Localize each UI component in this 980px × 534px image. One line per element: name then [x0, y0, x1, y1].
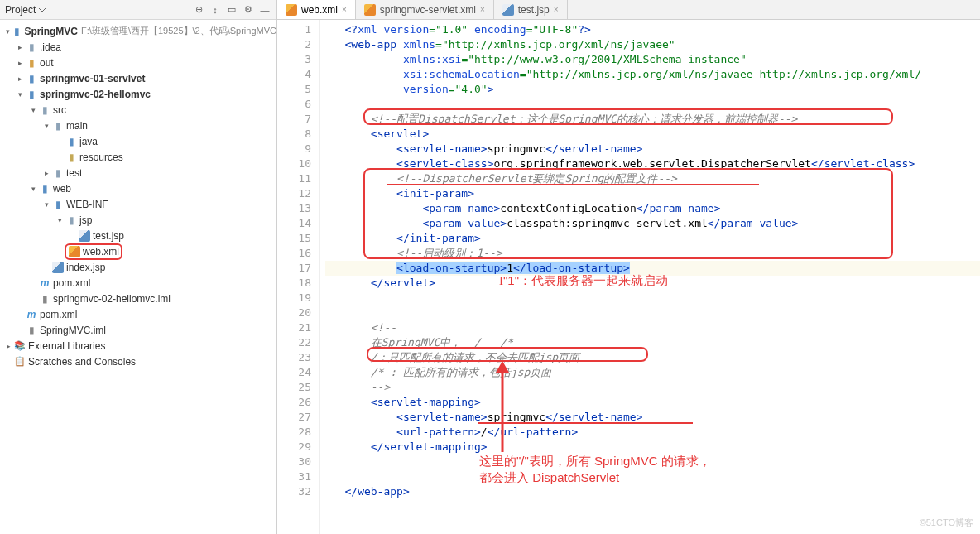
tree-iml[interactable]: ▮springmvc-02-hellomvc.iml	[0, 291, 276, 306]
close-icon[interactable]: ×	[554, 5, 559, 14]
tree-web[interactable]: ▾▮web	[0, 180, 276, 196]
tree-extlib[interactable]: ▸External Libraries	[0, 338, 276, 354]
tree-java[interactable]: ▮java	[0, 133, 276, 149]
close-icon[interactable]: ×	[342, 5, 347, 14]
close-icon[interactable]: ×	[480, 5, 485, 14]
tree-webxml[interactable]: web.xml	[0, 243, 276, 259]
hide-icon[interactable]: —	[258, 3, 271, 17]
chevron-down-icon	[38, 6, 46, 14]
editor-area: web.xml× springmvc-servlet.xml× test.jsp…	[277, 0, 980, 534]
tree-jsp[interactable]: ▾▮jsp	[0, 212, 276, 228]
code-editor[interactable]: 1234567891011121314151617181920212223242…	[277, 20, 980, 534]
code-content[interactable]: <?xml version="1.0" encoding="UTF-8"?> <…	[320, 20, 980, 534]
tree-test[interactable]: ▸▮test	[0, 165, 276, 180]
tree-main[interactable]: ▾▮main	[0, 118, 276, 133]
tree-root[interactable]: ▾▮SpringMVCF:\班级管理\西开【19525】\2、代码\Spring…	[0, 23, 276, 39]
project-sidebar: Project ⊕ ↕ ▭ ⚙ — ▾▮SpringMVCF:\班级管理\西开【…	[0, 0, 277, 534]
tree-resources[interactable]: ▮resources	[0, 149, 276, 165]
project-tree: ▾▮SpringMVCF:\班级管理\西开【19525】\2、代码\Spring…	[0, 20, 276, 534]
tree-indexjsp[interactable]: index.jsp	[0, 259, 276, 275]
select-opened-icon[interactable]: ⊕	[192, 3, 205, 17]
sidebar-title: Project	[5, 4, 36, 16]
line-gutter: 1234567891011121314151617181920212223242…	[277, 20, 320, 534]
tree-src[interactable]: ▾▮src	[0, 102, 276, 118]
watermark: ©51CTO博客	[920, 517, 973, 529]
tree-testjsp[interactable]: test.jsp	[0, 228, 276, 243]
tab-testjsp[interactable]: test.jsp×	[494, 0, 568, 19]
tree-pom[interactable]: mpom.xml	[0, 275, 276, 291]
expand-icon[interactable]: ↕	[209, 3, 222, 17]
tree-mod2[interactable]: ▾▮springmvc-02-hellomvc	[0, 86, 276, 102]
tree-out[interactable]: ▸▮out	[0, 55, 276, 70]
tree-rootiml[interactable]: ▮SpringMVC.iml	[0, 322, 276, 338]
tab-servletxml[interactable]: springmvc-servlet.xml×	[356, 0, 494, 19]
tab-webxml[interactable]: web.xml×	[277, 0, 356, 19]
tree-idea[interactable]: ▸▮.idea	[0, 39, 276, 55]
tree-mod1[interactable]: ▸▮springmvc-01-servlvet	[0, 70, 276, 86]
project-dropdown[interactable]: Project	[5, 4, 46, 16]
settings-icon[interactable]: ⚙	[242, 3, 255, 17]
tree-scratch[interactable]: Scratches and Consoles	[0, 354, 276, 369]
tree-pom2[interactable]: mpom.xml	[0, 306, 276, 322]
sidebar-header: Project ⊕ ↕ ▭ ⚙ —	[0, 0, 276, 20]
collapse-icon[interactable]: ▭	[225, 3, 238, 17]
tree-webinf[interactable]: ▾▮WEB-INF	[0, 196, 276, 212]
editor-tabs: web.xml× springmvc-servlet.xml× test.jsp…	[277, 0, 980, 20]
